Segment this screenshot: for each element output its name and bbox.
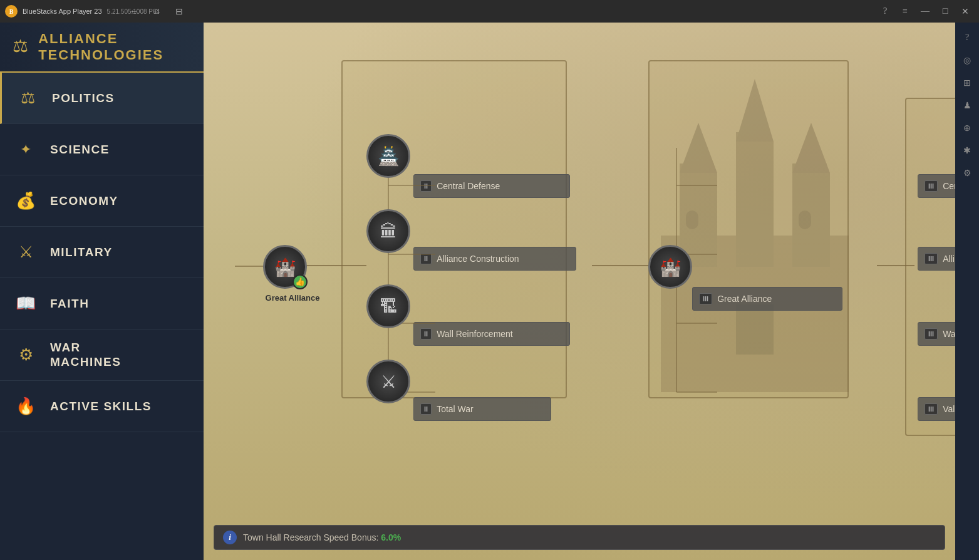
sidebar-item-faith[interactable]: 📖 FAITH [0,278,204,329]
tier-badge-2: II [420,253,432,264]
right-btn-gear[interactable]: ⚙ [958,164,976,182]
sidebar-item-war-machines[interactable]: ⚙ WARMACHINES [0,329,204,381]
right-btn-help[interactable]: ? [958,29,976,46]
tier2-total-war-node[interactable]: ⚔ [366,360,410,403]
wall-reinforcement-label: Wall Reinforcement [437,329,513,339]
active-skills-icon: 🔥 [13,393,39,420]
main-content: ⚖ ALLIANCE TECHNOLOGIES ⚖ POLITICS ✦ SCI… [0,23,979,560]
tier4-badge-2: III [925,253,938,264]
tier4-badge-1: III [925,180,938,192]
war-machines-icon: ⚙ [13,342,39,368]
science-label: SCIENCE [50,143,110,157]
tier3-panel [648,60,849,398]
tech-row-tier4-wal[interactable]: III Wal... [918,322,955,346]
alliance-construction-label: Alliance Construction [437,254,519,264]
right-btn-star[interactable]: ✱ [958,142,976,159]
faith-label: FAITH [50,297,89,311]
app-header: ⚖ ALLIANCE TECHNOLOGIES [0,23,204,73]
alliance-castle-icon: 🏰 [274,257,296,277]
politics-label: POLITICS [52,91,115,105]
tier1-great-alliance-label: Great Alliance [255,293,330,303]
tier3-alliance-icon: 🏰 [660,257,681,277]
tech-row-tier4-val[interactable]: III Val... [918,397,955,421]
politics-icon: ⚖ [14,85,41,111]
sidebar-item-science[interactable]: ✦ SCIENCE [0,124,204,175]
sidebar-item-politics[interactable]: ⚖ POLITICS [0,73,204,124]
tier3-great-alliance-label: Great Alliance [717,294,772,304]
tier-badge-1: II [420,180,432,192]
nav-home-button[interactable]: ⌂ [148,3,165,20]
military-label: MILITARY [50,246,113,259]
tier4-cen-label: Cen... [943,181,955,191]
total-war-icon: ⚔ [381,371,396,392]
app-name: BlueStacks App Player 23 [23,8,102,15]
economy-label: ECONOMY [50,194,118,208]
right-btn-eye[interactable]: ◎ [958,51,976,69]
bluestacks-logo: B [5,5,18,18]
central-defense-label: Central Defense [437,181,500,191]
right-btn-grid[interactable]: ⊞ [958,74,976,91]
tech-row-total-war[interactable]: II Total War [413,397,551,421]
nav-bookmark-button[interactable]: ⊟ [170,3,188,20]
title-bar: B BlueStacks App Player 23 5.21.505.1008… [0,0,979,23]
right-btn-chess[interactable]: ♟ [958,96,976,114]
tech-row-central-defense[interactable]: II Central Defense [413,174,570,198]
title-bar-nav: ← ⌂ ⊟ [125,0,188,23]
tier4-badge-3: III [925,328,938,340]
tier-badge-4: II [420,403,432,415]
tech-row-tier4-alli[interactable]: III Alli... [918,247,955,271]
total-war-label: Total War [437,404,474,414]
wall-icon: 🏗 [380,296,397,317]
war-machines-label: WARMACHINES [50,341,121,370]
game-area: 🏰 👍 Great Alliance 🏯 🏛 🏗 ⚔ II Central De… [204,23,955,560]
military-icon: ⚔ [13,239,39,266]
tier3-badge-1: III [699,293,712,304]
science-icon: ✦ [13,137,39,163]
info-value: 6.0% [381,532,401,542]
connector-left [235,266,265,267]
tech-row-tier3-great-alliance[interactable]: III Great Alliance [692,287,842,311]
app-header-title: ALLIANCE TECHNOLOGIES [38,31,191,63]
tier4-wal-label: Wal... [943,329,955,339]
info-icon: i [223,531,237,544]
maximize-button[interactable]: □ [936,3,954,20]
construction-icon: 🏛 [380,221,397,242]
info-text: Town Hall Research Speed Bonus: 6.0% [243,532,401,542]
nav-back-button[interactable]: ← [125,3,143,20]
tier-badge-3: II [420,328,432,340]
minimize-button[interactable]: — [916,3,934,20]
tech-row-tier4-cen[interactable]: III Cen... [918,174,955,198]
menu-button[interactable]: ≡ [896,3,914,20]
sidebar: ⚖ ALLIANCE TECHNOLOGIES ⚖ POLITICS ✦ SCI… [0,23,204,560]
window-controls: ? ≡ — □ ✕ [876,0,974,23]
tier2-alliance-construction-node[interactable]: 🏛 [366,209,410,253]
tech-row-alliance-construction[interactable]: II Alliance Construction [413,247,576,271]
tower-icon: 🏯 [378,146,400,167]
tier4-badge-4: III [925,403,938,415]
economy-icon: 💰 [13,188,39,214]
app-header-icon: ⚖ [13,36,29,58]
right-sidebar: ? ◎ ⊞ ♟ ⊕ ✱ ⚙ [955,23,979,560]
sidebar-item-military[interactable]: ⚔ MILITARY [0,227,204,278]
sidebar-item-active-skills[interactable]: 🔥 ACTIVE SKILLS [0,381,204,432]
tier4-alli-label: Alli... [943,254,955,264]
sidebar-item-economy[interactable]: 💰 ECONOMY [0,175,204,227]
help-button[interactable]: ? [876,3,894,20]
info-bar: i Town Hall Research Speed Bonus: 6.0% [214,525,945,550]
tier4-val-label: Val... [943,404,955,414]
tier1-great-alliance-node[interactable]: 🏰 👍 [263,245,307,289]
active-skills-label: ACTIVE SKILLS [50,400,152,413]
faith-icon: 📖 [13,291,39,317]
info-label: Town Hall Research Speed Bonus: [243,532,378,542]
tech-row-wall-reinforcement[interactable]: II Wall Reinforcement [413,322,570,346]
tier2-wall-reinforcement-node[interactable]: 🏗 [366,284,410,328]
right-btn-plus[interactable]: ⊕ [958,119,976,137]
close-button[interactable]: ✕ [956,3,974,20]
tier3-great-alliance-node[interactable]: 🏰 [648,245,692,289]
tier2-central-defense-node[interactable]: 🏯 [366,134,410,178]
thumbs-up-badge: 👍 [293,274,308,289]
